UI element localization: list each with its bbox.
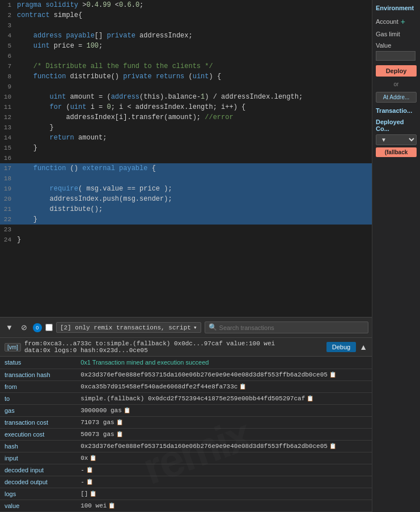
line-content: function () external payable { — [17, 163, 156, 174]
chevron-down-icon: ▾ — [193, 324, 197, 331]
tx-field-key: from — [0, 381, 76, 393]
line-content: function distribute() private returns (u… — [17, 71, 221, 82]
contract-dropdown[interactable]: ▼ — [376, 134, 417, 145]
line-number: 18 — [0, 174, 17, 184]
tx-field-value: 71073 gas 📋 — [76, 417, 372, 429]
environment-section: Environment — [376, 5, 417, 12]
line-number: 10 — [0, 92, 17, 102]
table-row: logs[] 📋 — [0, 488, 372, 500]
tx-table: status0x1 Transaction mined and executio… — [0, 357, 372, 512]
tx-field-key: input — [0, 452, 76, 464]
tx-field-value: 0xca35b7d915458ef540ade6068dfe2f44e8fa73… — [76, 381, 372, 393]
line-number: 2 — [0, 10, 17, 20]
vm-tag: [vm] — [5, 343, 21, 352]
code-line: 17 function () external payable { — [0, 163, 372, 174]
table-row: input0x 📋 — [0, 452, 372, 464]
transaction-section: Transactio... — [376, 107, 417, 114]
tx-panel: [vm] from:0xca3...a733c to:simple.(fallb… — [0, 337, 372, 512]
search-area: 🔍 — [205, 321, 368, 333]
code-line: 4 address payable[] private addressIndex… — [0, 31, 372, 41]
value-label: Value — [376, 42, 417, 49]
right-sidebar: Environment Account + Gas limit Value De… — [372, 0, 420, 512]
line-content: return amount; — [17, 133, 107, 143]
stop-icon-btn[interactable]: ⊘ — [19, 322, 29, 333]
tx-field-value: simple.(fallback) 0x0dcd2f752394c41875e2… — [76, 393, 372, 405]
line-number: 3 — [0, 20, 17, 31]
copy-icon[interactable]: 📋 — [239, 383, 246, 390]
line-number: 1 — [0, 0, 17, 10]
fallback-button[interactable]: (fallback — [376, 147, 417, 157]
value-input[interactable] — [376, 51, 415, 61]
tx-field-value: [] 📋 — [76, 488, 372, 500]
tx-dropdown[interactable]: [2] only remix transactions, script ▾ — [56, 322, 201, 333]
code-line: 19 require( msg.value == price ); — [0, 184, 372, 194]
tx-summary: from:0xca3...a733c to:simple.(fallback) … — [24, 340, 275, 347]
line-content — [17, 153, 21, 163]
line-content: pragma solidity >0.4.99 <0.6.0; — [17, 0, 143, 10]
line-number: 6 — [0, 51, 17, 61]
line-content: addressIndex[i].transfer(amount); //erro… — [17, 112, 234, 122]
line-content: contract simple{ — [17, 10, 82, 20]
code-line: 24} — [0, 235, 372, 245]
line-content: require( msg.value == price ); — [17, 184, 172, 194]
line-number: 21 — [0, 204, 17, 214]
bottom-toolbar: ▼ ⊘ 0 [2] only remix transactions, scrip… — [0, 317, 372, 337]
line-number: 23 — [0, 225, 17, 235]
copy-icon[interactable]: 📋 — [116, 419, 123, 426]
copy-icon[interactable]: 📋 — [86, 467, 93, 473]
tx-field-key: decoded input — [0, 464, 76, 476]
line-number: 17 — [0, 163, 17, 174]
tx-checkbox[interactable] — [45, 324, 53, 331]
tx-header-right: Debug ▲ — [326, 342, 367, 352]
tx-field-value: 0x1 Transaction mined and execution succ… — [76, 357, 372, 369]
debug-button[interactable]: Debug — [326, 342, 356, 352]
line-number: 12 — [0, 112, 17, 122]
tx-field-value: - 📋 — [76, 464, 372, 476]
line-content: /* Distribute all the fund to the client… — [17, 61, 213, 71]
plus-icon[interactable]: + — [401, 17, 405, 26]
search-input[interactable] — [219, 324, 364, 331]
deploy-button[interactable]: Deploy — [376, 65, 417, 77]
line-content: distribute(); — [17, 204, 103, 214]
copy-icon[interactable]: 📋 — [90, 455, 96, 462]
copy-icon[interactable]: 📋 — [329, 371, 336, 378]
copy-icon[interactable]: 📋 — [108, 502, 115, 509]
line-content — [17, 82, 21, 92]
gas-limit-section: Gas limit — [376, 31, 417, 37]
code-line: 21 distribute(); — [0, 204, 372, 214]
copy-icon[interactable]: 📋 — [124, 407, 130, 414]
copy-icon[interactable]: 📋 — [86, 479, 93, 485]
copy-icon[interactable]: 📋 — [90, 490, 96, 497]
code-line: 23 — [0, 225, 372, 235]
at-address-button[interactable]: At Addre... — [376, 92, 417, 103]
code-line: 7 /* Distribute all the fund to the clie… — [0, 61, 372, 71]
expand-icon-btn[interactable]: ▼ — [3, 322, 15, 333]
code-line: 3 — [0, 20, 372, 31]
line-number: 13 — [0, 122, 17, 133]
tx-field-key: hash — [0, 441, 76, 452]
line-content: } — [17, 122, 54, 133]
tx-header-left: [vm] from:0xca3...a733c to:simple.(fallb… — [5, 340, 275, 354]
line-content: uint amount = (address(this).balance-1) … — [17, 92, 303, 102]
collapse-button[interactable]: ▲ — [359, 342, 367, 352]
copy-icon[interactable]: 📋 — [116, 431, 123, 438]
code-line: 1pragma solidity >0.4.99 <0.6.0; — [0, 0, 372, 10]
line-number: 5 — [0, 41, 17, 51]
account-section: Account + — [376, 17, 417, 26]
table-row: gas3000000 gas 📋 — [0, 405, 372, 417]
copy-icon[interactable]: 📋 — [307, 395, 313, 402]
line-number: 11 — [0, 102, 17, 112]
code-line: 5 uint price = 100; — [0, 41, 372, 51]
line-content: address payable[] private addressIndex; — [17, 31, 193, 41]
tx-summary-block: from:0xca3...a733c to:simple.(fallback) … — [24, 340, 275, 354]
line-content — [17, 174, 21, 184]
deployed-section: Deployed Co... ▼ (fallback — [376, 119, 417, 157]
code-line: 14 return amount; — [0, 133, 372, 143]
tx-field-key: value — [0, 500, 76, 512]
line-number: 14 — [0, 133, 17, 143]
line-content: addressIndex.push(msg.sender); — [17, 194, 172, 204]
copy-icon[interactable]: 📋 — [329, 443, 336, 450]
tx-badge: 0 — [33, 323, 42, 332]
line-number: 9 — [0, 82, 17, 92]
code-line: 6 — [0, 51, 372, 61]
